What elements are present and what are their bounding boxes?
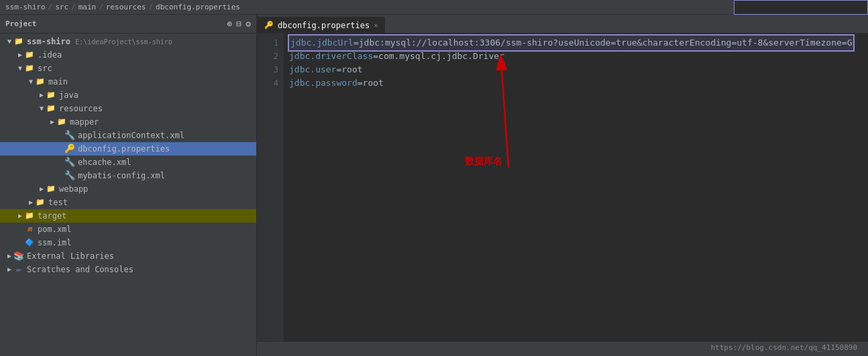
tree-item-mybatis[interactable]: 🔧 mybatis-config.xml [0, 169, 256, 182]
tree-arrow-empty [56, 158, 64, 166]
ext-libs-icon: 📚 [13, 251, 24, 261]
tree-item-webapp[interactable]: ▶ 📁 webapp [0, 182, 256, 196]
breadcrumb-part-5: dbconfig.properties [156, 3, 240, 11]
properties-icon: 🔑 [64, 143, 75, 154]
code-line-2: jdbc.driverClass=com.mysql.cj.jdbc.Drive… [289, 50, 863, 63]
main-layout: Project ⊕ ⊟ ⚙ ▼ 📁 ssm-shiro E:\ideaProje… [0, 15, 868, 356]
xml-icon: 🔧 [64, 170, 75, 181]
tree-item-mapper[interactable]: ▶ 📁 mapper [0, 115, 256, 129]
tree-item-test[interactable]: ▶ 📁 test [0, 196, 256, 209]
tree-item-resources[interactable]: ▼ 📁 resources [0, 102, 256, 115]
tree-label: .idea [38, 50, 62, 60]
line-number-1: 1 [257, 36, 284, 50]
tree-item-ehcache[interactable]: 🔧 ehcache.xml [0, 156, 256, 169]
tree-arrow: ▶ [16, 212, 24, 220]
tree-item-pom[interactable]: m pom.xml [0, 223, 256, 236]
tree-item-java[interactable]: ▶ 📁 java [0, 88, 256, 102]
tree-arrow: ▶ [38, 185, 46, 193]
tree-item-scratches[interactable]: ▶ ✏ Scratches and Consoles [0, 263, 256, 276]
folder-icon: 📁 [35, 76, 46, 87]
prop-eq-2: = [373, 50, 378, 63]
tree-label: dbconfig.properties [78, 144, 170, 154]
tree-arrow: ▼ [27, 78, 35, 86]
folder-icon: 📁 [24, 50, 35, 60]
prop-eq-1: = [354, 38, 359, 48]
tree-item-main[interactable]: ▼ 📁 main [0, 75, 256, 88]
tree-arrow: ▶ [27, 198, 35, 206]
breadcrumb: ssm-shiro / src / main / resources / dbc… [5, 3, 240, 11]
tree-item-target[interactable]: ▶ 📁 target [0, 209, 256, 223]
prop-key-1: jdbc.jdbcUrl [290, 38, 354, 48]
tree-item-ssm-shiro[interactable]: ▼ 📁 ssm-shiro E:\ideaProject\ssm-shiro [0, 35, 256, 48]
tree-label: ssm-shiro E:\ideaProject\ssm-shiro [27, 37, 172, 46]
sidebar-header: Project ⊕ ⊟ ⚙ [0, 15, 256, 34]
tree-item-ext-libs[interactable]: ▶ 📚 External Libraries [0, 249, 256, 263]
tab-close-button[interactable]: ✕ [374, 21, 378, 29]
folder-test-icon: 📁 [35, 197, 46, 208]
prop-eq-3: = [336, 63, 341, 76]
tab-properties-icon: 🔑 [264, 21, 274, 29]
tree-arrow-empty [16, 225, 24, 233]
tree-label: target [38, 211, 66, 221]
tree-label: resources [59, 104, 103, 113]
folder-src-icon: 📁 [24, 63, 35, 74]
prop-key-3: jdbc.user [289, 63, 336, 76]
line-number-3: 3 [257, 63, 284, 76]
folder-java-icon: 📁 [46, 90, 56, 101]
tree-label: ssm.iml [38, 238, 72, 247]
iml-icon: 🔷 [24, 237, 35, 248]
tab-bar: 🔑 dbconfig.properties ✕ [257, 15, 868, 34]
tree-label: mybatis-config.xml [78, 171, 165, 180]
tree-arrow: ▶ [5, 265, 13, 274]
code-line-3: jdbc.user=root [289, 63, 863, 76]
tree-label: pom.xml [38, 225, 72, 234]
folder-webapp-icon: 📁 [46, 184, 56, 194]
line-number-2: 2 [257, 50, 284, 63]
sidebar-title: Project [5, 19, 36, 28]
prop-val-2: com.mysql.cj.jdbc.Driver [378, 50, 504, 63]
tree-item-idea[interactable]: ▶ 📁 .idea [0, 48, 256, 62]
layout-icon[interactable]: ⊟ [236, 19, 241, 29]
tree-arrow: ▶ [16, 51, 24, 59]
tree-label: webapp [59, 184, 88, 194]
folder-icon: 📁 [13, 36, 24, 47]
prop-val-1: jdbc:mysql://localhost:3306/ssm-shiro?us… [359, 38, 853, 48]
scratch-icon: ✏ [13, 264, 24, 275]
tree-arrow: ▼ [16, 64, 24, 72]
xml-icon: 🔧 [64, 157, 75, 168]
project-tree[interactable]: ▼ 📁 ssm-shiro E:\ideaProject\ssm-shiro ▶… [0, 34, 256, 356]
prop-key-4: jdbc.password [289, 76, 358, 90]
tree-item-src[interactable]: ▼ 📁 src [0, 62, 256, 75]
tree-label: mapper [70, 117, 99, 127]
line-numbers: 1 2 3 4 [257, 34, 284, 341]
breadcrumb-part-1: ssm-shiro [5, 3, 46, 11]
add-icon[interactable]: ⊕ [227, 19, 233, 29]
tree-arrow: ▼ [38, 105, 46, 113]
tree-arrow-empty [56, 131, 64, 139]
folder-target-icon: 📁 [24, 211, 35, 221]
prop-eq-4: = [358, 76, 363, 90]
sidebar-header-icons: ⊕ ⊟ ⚙ [227, 19, 251, 29]
tab-dbconfig[interactable]: 🔑 dbconfig.properties ✕ [257, 17, 385, 33]
tree-item-dbconfig[interactable]: 🔑 dbconfig.properties [0, 142, 256, 156]
tree-arrow: ▶ [38, 91, 46, 99]
tab-label: dbconfig.properties [278, 21, 370, 30]
tree-item-iml[interactable]: 🔷 ssm.iml [0, 236, 256, 249]
prop-val-4: root [363, 76, 384, 90]
highlighted-text: jdbc.jdbcUrl=jdbc:mysql://localhost:3306… [289, 36, 853, 50]
tree-arrow: ▼ [5, 38, 13, 46]
prop-key-2: jdbc.driverClass [289, 50, 373, 63]
folder-resources-icon: 📁 [46, 103, 56, 114]
tree-arrow: ▶ [5, 252, 13, 260]
tree-item-applicationcontext[interactable]: 🔧 applicationContext.xml [0, 129, 256, 142]
prop-val-3: root [341, 63, 362, 76]
tree-label: test [48, 198, 68, 207]
editor-area[interactable]: 1 2 3 4 jdbc.jdbcUrl=jdbc:mysql://localh… [257, 34, 868, 341]
status-bar: https://blog.csdn.net/qq_41150890 [257, 341, 868, 356]
settings-icon[interactable]: ⚙ [246, 19, 251, 29]
code-editor[interactable]: jdbc.jdbcUrl=jdbc:mysql://localhost:3306… [284, 34, 868, 341]
tree-arrow-empty [56, 172, 64, 180]
tree-label: main [48, 77, 68, 86]
tree-arrow-empty [56, 145, 64, 153]
watermark-text: https://blog.csdn.net/qq_41150890 [710, 343, 857, 352]
